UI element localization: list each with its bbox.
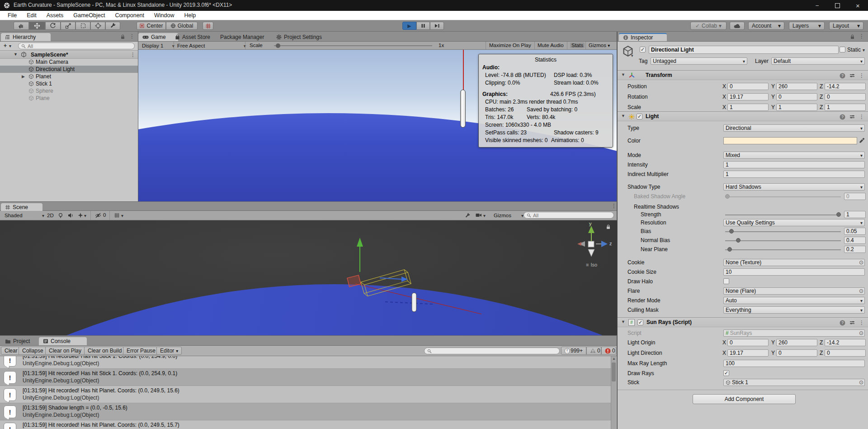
rotate-tool-button[interactable] (45, 22, 61, 30)
hierarchy-scene-row[interactable]: ▼ SampleScene* ⋮ (0, 51, 138, 59)
max-ray-length-field[interactable]: 100 (723, 360, 865, 367)
move-tool-button[interactable] (29, 22, 45, 30)
light-direction-z-field[interactable]: 0 (825, 349, 866, 357)
log-entry[interactable]: ! [01:31:59] Hit recorded! Has hit Plane… (0, 420, 611, 429)
light-direction-x-field[interactable]: 19.17 (727, 349, 769, 357)
clear-on-play-button[interactable]: Clear on Play (45, 347, 85, 355)
presets-icon[interactable] (849, 114, 855, 119)
normal-bias-knob[interactable] (736, 238, 741, 243)
console-log-list[interactable]: ! [01:31:59] Hit recorded! Has hit Stick… (0, 356, 611, 429)
resolution-dropdown[interactable]: Use Quality Settings▾ (723, 219, 865, 226)
normal-bias-value[interactable]: 0.4 (844, 237, 866, 244)
cookie-size-field[interactable]: 10 (723, 268, 865, 276)
grid-snap-button[interactable] (203, 22, 213, 30)
baked-shadow-value[interactable]: 0 (844, 193, 866, 200)
play-button[interactable]: ▶ (402, 22, 416, 30)
tag-dropdown[interactable]: Untagged▾ (651, 57, 747, 65)
menu-window[interactable]: Window (150, 12, 178, 19)
kebab-menu-icon[interactable]: ⋮ (129, 33, 135, 39)
gameobject-name-field[interactable]: Directional Light (649, 46, 839, 54)
log-entry[interactable]: ! [01:31:59] Hit recorded! Has hit Stick… (0, 356, 611, 369)
error-filter-toggle[interactable]: 0 (601, 347, 616, 355)
game-viewport[interactable]: Statistics Audio: Level: -74.8 dB (MUTED… (138, 50, 617, 201)
light-origin-z-field[interactable]: -14.2 (825, 339, 866, 346)
foldout-open-icon[interactable]: ▼ (621, 319, 625, 324)
camera-settings-icon[interactable] (476, 213, 482, 218)
light-header[interactable]: ▼ ✓ Light ? ⋮ (618, 111, 868, 121)
tab-console[interactable]: Console (39, 337, 87, 345)
light-direction-y-field[interactable]: 0 (776, 349, 817, 357)
tab-inspector[interactable]: Inspector (619, 33, 667, 41)
pause-button[interactable] (416, 22, 430, 30)
custom-tool-button[interactable] (105, 22, 120, 30)
tab-asset-store[interactable]: Asset Store (171, 33, 219, 41)
script-object-field[interactable]: #SunRays⊙ (723, 329, 865, 337)
scroll-up-icon[interactable]: ▲ (612, 357, 616, 361)
position-y-field[interactable]: 260 (776, 83, 817, 90)
presets-icon[interactable] (849, 73, 855, 78)
warning-filter-toggle[interactable]: 0 (586, 347, 601, 355)
near-plane-knob[interactable] (727, 247, 732, 252)
light-mode-dropdown[interactable]: Mixed▾ (723, 152, 865, 159)
scene-kebab-icon[interactable]: ⋮ (130, 52, 136, 58)
hierarchy-item-planet[interactable]: ▶ Planet (0, 73, 138, 80)
scale-z-field[interactable]: 1 (825, 104, 866, 111)
pivot-toggle-button[interactable]: Center (137, 22, 166, 30)
rotation-x-field[interactable]: 19.17 (727, 93, 769, 100)
bias-slider[interactable] (725, 231, 841, 232)
scene-viewport[interactable]: y z ≡Iso (0, 220, 617, 335)
error-pause-button[interactable]: Error Pause (123, 347, 159, 355)
projection-indicator[interactable]: ≡Iso (586, 262, 597, 267)
layer-dropdown[interactable]: Default▾ (771, 57, 865, 65)
culling-mask-dropdown[interactable]: Everything▾ (723, 306, 865, 314)
stats-button[interactable]: Stats (570, 43, 585, 48)
rotation-y-field[interactable]: 0 (776, 93, 817, 100)
static-dropdown-icon[interactable]: ▾ (863, 48, 865, 52)
tab-scene[interactable]: Scene (1, 203, 42, 211)
bias-value[interactable]: 0.05 (844, 228, 866, 235)
near-plane-slider[interactable] (725, 249, 841, 250)
editor-dropdown[interactable]: Editor▾ (156, 347, 182, 355)
intensity-field[interactable]: 1 (723, 161, 865, 168)
light-origin-x-field[interactable]: 0 (727, 339, 769, 346)
transform-header[interactable]: ▼ Transform ? ⋮ (618, 70, 868, 80)
normal-bias-slider[interactable] (725, 240, 841, 241)
step-button[interactable] (430, 22, 444, 30)
flare-object-field[interactable]: None (Flare)⊙ (723, 287, 865, 295)
hand-tool-button[interactable] (14, 22, 29, 30)
strength-slider[interactable] (725, 214, 841, 215)
tools-icon[interactable] (465, 213, 471, 219)
eyedropper-icon[interactable] (859, 138, 865, 143)
gameobject-icon-dropdown[interactable]: ▾ (631, 53, 633, 58)
help-icon[interactable]: ? (840, 73, 845, 79)
scale-tool-button[interactable] (61, 22, 75, 30)
light-enabled-checkbox[interactable]: ✓ (637, 114, 642, 119)
near-plane-value[interactable]: 0.2 (844, 246, 866, 253)
kebab-menu-icon[interactable]: ⋮ (859, 319, 864, 326)
sunrays-header[interactable]: ▼ # ✓ Sun Rays (Script) ? ⋮ (618, 317, 868, 327)
cloud-button[interactable] (730, 22, 745, 30)
foldout-open-icon[interactable]: ▼ (621, 114, 625, 118)
kebab-menu-icon[interactable]: ⋮ (859, 114, 864, 120)
hierarchy-item-main-camera[interactable]: Main Camera (0, 58, 138, 66)
baked-shadow-slider[interactable] (725, 196, 841, 197)
hierarchy-search-input[interactable]: All (18, 43, 135, 49)
menu-gameobject[interactable]: GameObject (69, 12, 109, 19)
scene-visibility-icon[interactable] (95, 213, 101, 218)
baked-shadow-knob[interactable] (725, 194, 730, 199)
menu-help[interactable]: Help (180, 12, 200, 19)
effects-dropdown-icon[interactable]: ▾ (84, 213, 86, 218)
active-checkbox[interactable]: ✓ (640, 47, 646, 52)
clear-button[interactable]: Clear (1, 347, 21, 355)
console-scrollbar[interactable]: ▲ (611, 356, 616, 429)
scene-gizmos-dropdown[interactable]: Gizmos▾ (491, 212, 526, 219)
info-filter-toggle[interactable]: ! 999+ (561, 347, 586, 355)
kebab-menu-icon[interactable]: ⋮ (611, 203, 617, 209)
scale-slider-knob[interactable] (276, 43, 280, 48)
rect-tool-button[interactable] (75, 22, 90, 30)
object-picker-icon[interactable]: ⊙ (859, 288, 863, 294)
aspect-dropdown[interactable]: Free Aspect▾ (175, 42, 249, 49)
scene-search-input[interactable]: All (524, 212, 614, 219)
create-plus-button[interactable]: + (4, 43, 7, 49)
grid-settings-icon[interactable] (114, 213, 120, 218)
